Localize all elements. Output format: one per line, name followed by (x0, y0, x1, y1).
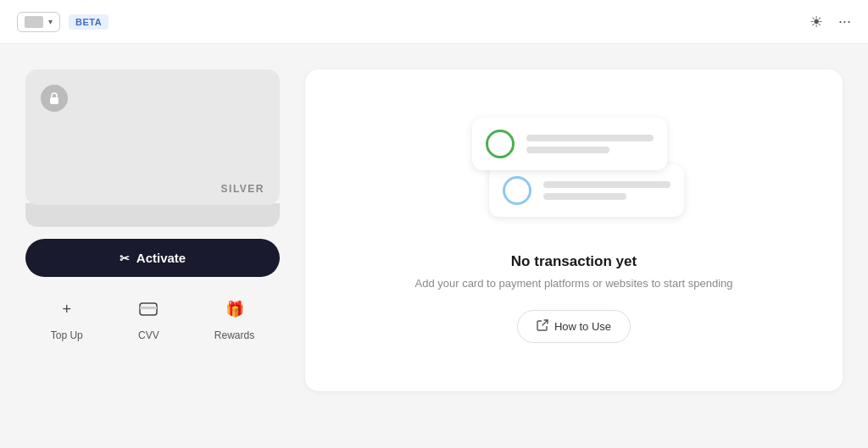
right-panel: No transaction yet Add your card to paym… (305, 69, 843, 391)
cvv-label: CVV (138, 329, 159, 341)
tx-line (526, 147, 609, 153)
activate-button-label: Activate (136, 251, 186, 265)
card-bottom-strip (25, 203, 280, 227)
gift-icon: 🎁 (220, 294, 250, 324)
tx-circle-green (486, 130, 515, 158)
rewards-label: Rewards (214, 329, 254, 341)
how-to-use-label: How to Use (554, 320, 611, 333)
how-to-use-button[interactable]: How to Use (517, 310, 631, 343)
rewards-button[interactable]: 🎁 Rewards (214, 294, 254, 341)
scissors-icon: ✂ (120, 252, 130, 265)
tx-lines-1 (526, 135, 654, 153)
card-tier-label: SILVER (25, 173, 280, 205)
topbar: ▾ BETA ☀ ··· (0, 0, 868, 44)
transaction-illustration (455, 118, 693, 228)
topbar-right: ☀ ··· (810, 13, 851, 31)
top-up-label: Top Up (51, 329, 83, 341)
plus-icon: + (52, 294, 82, 324)
external-link-icon (537, 319, 548, 334)
chevron-down-icon: ▾ (48, 17, 53, 26)
tx-line (543, 181, 670, 188)
sun-icon[interactable]: ☀ (810, 13, 823, 31)
tx-lines-2 (543, 181, 670, 200)
tx-line (526, 135, 654, 141)
card-icon (133, 294, 164, 324)
cvv-button[interactable]: CVV (133, 294, 164, 341)
tx-circle-blue (503, 176, 531, 205)
tx-card-2 (489, 164, 684, 217)
more-options-icon[interactable]: ··· (838, 13, 851, 30)
tx-card-1 (472, 118, 667, 170)
lock-icon (41, 85, 68, 112)
no-transaction-subtitle: Add your card to payment platforms or we… (415, 277, 732, 290)
left-panel: SILVER ✂ Activate + Top Up CVV (25, 69, 280, 391)
activate-button[interactable]: ✂ Activate (25, 239, 280, 277)
no-transaction-title: No transaction yet (511, 253, 637, 270)
svg-rect-0 (50, 97, 58, 104)
main-content: SILVER ✂ Activate + Top Up CVV (0, 44, 868, 417)
action-buttons: + Top Up CVV 🎁 Rewards (25, 294, 280, 341)
svg-rect-2 (140, 307, 157, 309)
card-selector[interactable]: ▾ (17, 12, 60, 32)
topbar-left: ▾ BETA (17, 12, 108, 32)
card-visual: SILVER (25, 69, 280, 205)
card-selector-rect (25, 16, 43, 28)
top-up-button[interactable]: + Top Up (51, 294, 83, 341)
tx-line (543, 193, 626, 200)
beta-badge: BETA (69, 14, 108, 30)
